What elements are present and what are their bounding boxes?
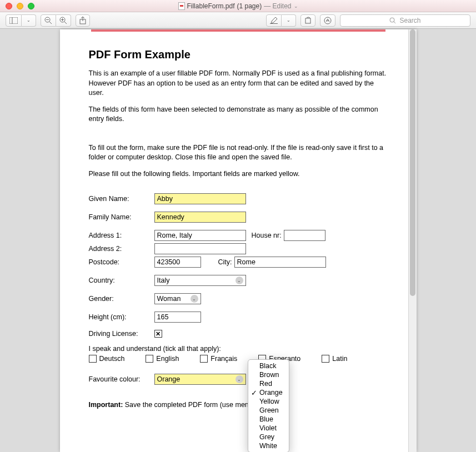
chevron-down-icon: ⌄ bbox=[27, 18, 31, 23]
scrollbar-thumb[interactable] bbox=[410, 29, 415, 296]
driving-checkbox[interactable]: ✕ bbox=[154, 330, 162, 338]
search-icon bbox=[389, 17, 396, 24]
intro-p2: The fields of this form have been select… bbox=[89, 105, 388, 124]
highlight-menu-button[interactable]: ⌄ bbox=[282, 14, 296, 27]
colour-option[interactable]: Orange bbox=[248, 388, 289, 397]
title-pages: (1 page) bbox=[237, 2, 262, 10]
search-placeholder: Search bbox=[399, 17, 420, 24]
row-family-name: Family Name: bbox=[89, 212, 388, 223]
address1-field[interactable] bbox=[154, 230, 246, 241]
title-chevron-icon[interactable]: ⌄ bbox=[294, 3, 298, 9]
label-city: City: bbox=[201, 258, 232, 266]
page-scrollbar[interactable] bbox=[408, 29, 417, 452]
lang-deutsch-label: Deutsch bbox=[99, 355, 125, 363]
window-controls bbox=[6, 3, 34, 9]
colour-option[interactable]: Violet bbox=[248, 424, 289, 433]
document-viewport: PDF Form Example This is an example of a… bbox=[0, 29, 476, 452]
intro-p1: This is an example of a user fillable PD… bbox=[89, 69, 388, 98]
colour-option[interactable]: White bbox=[248, 441, 289, 450]
colour-option[interactable]: Green bbox=[248, 406, 289, 415]
title-filename: FillableForm.pdf bbox=[187, 2, 234, 10]
sidebar-icon bbox=[9, 17, 18, 24]
window-title: FillableForm.pdf (1 page) — Edited ⌄ bbox=[178, 2, 298, 10]
lang-deutsch-checkbox[interactable] bbox=[89, 355, 97, 363]
rotate-button[interactable] bbox=[300, 14, 315, 27]
lang-english-label: English bbox=[156, 355, 179, 363]
chevron-down-icon: ⌄ bbox=[191, 295, 198, 303]
label-gender: Gender: bbox=[89, 295, 154, 303]
label-colour: Favourite colour: bbox=[89, 375, 154, 383]
zoom-out-icon bbox=[44, 17, 52, 24]
label-country: Country: bbox=[89, 277, 154, 284]
zoom-out-button[interactable] bbox=[41, 14, 56, 27]
sidebar-toggle-button[interactable] bbox=[6, 14, 22, 27]
row-country: Country: Italy ⌄ bbox=[89, 275, 388, 286]
svg-line-3 bbox=[49, 22, 52, 24]
lang-francais-checkbox[interactable] bbox=[200, 355, 208, 363]
svg-rect-13 bbox=[305, 18, 310, 23]
title-status: — Edited bbox=[264, 2, 291, 10]
zoom-in-icon bbox=[59, 17, 67, 24]
chevron-down-icon: ⌄ bbox=[287, 18, 290, 23]
lang-latin-label: Latin bbox=[332, 355, 347, 363]
family-name-field[interactable] bbox=[154, 212, 246, 223]
svg-point-15 bbox=[390, 18, 394, 22]
pdf-file-icon bbox=[178, 2, 184, 10]
row-driving: Driving License: ✕ bbox=[89, 330, 388, 338]
row-colour: Favourite colour: Orange ⌄ bbox=[89, 374, 388, 385]
city-field[interactable] bbox=[234, 257, 326, 268]
colour-option[interactable]: Yellow bbox=[248, 397, 289, 406]
colour-dropdown-menu[interactable]: Black Brown Red Orange Yellow Green Blue… bbox=[248, 359, 289, 452]
lang-latin-checkbox[interactable] bbox=[322, 355, 329, 363]
chevron-down-icon: ⌄ bbox=[236, 375, 243, 383]
address2-field[interactable] bbox=[154, 243, 246, 254]
height-field[interactable] bbox=[154, 312, 201, 323]
label-postcode: Postcode: bbox=[89, 258, 154, 266]
search-field[interactable]: Search bbox=[340, 14, 470, 27]
maximize-window-button[interactable] bbox=[28, 3, 34, 9]
lang-francais-label: Français bbox=[211, 355, 237, 363]
important-label: Important: bbox=[89, 401, 123, 409]
colour-option[interactable]: Red bbox=[248, 379, 289, 388]
svg-rect-0 bbox=[9, 17, 18, 24]
label-family-name: Family Name: bbox=[89, 213, 154, 221]
row-postcode-city: Postcode: City: bbox=[89, 257, 388, 268]
markup-button[interactable] bbox=[320, 14, 335, 27]
page-title: PDF Form Example bbox=[89, 48, 388, 61]
share-icon bbox=[79, 17, 86, 24]
pdf-page: PDF Form Example This is an example of a… bbox=[60, 29, 417, 452]
label-house-nr: House nr: bbox=[252, 232, 282, 239]
colour-option[interactable]: Grey bbox=[248, 433, 289, 441]
svg-line-6 bbox=[64, 22, 67, 24]
label-address1: Address 1: bbox=[89, 232, 154, 239]
lang-intro: I speak and understand (tick all that ap… bbox=[89, 345, 388, 353]
house-nr-field[interactable] bbox=[284, 230, 325, 241]
colour-select[interactable]: Orange ⌄ bbox=[154, 374, 246, 385]
minimize-window-button[interactable] bbox=[17, 3, 23, 9]
toolbar: ⌄ ⌄ Search bbox=[0, 12, 476, 29]
label-height: Height (cm): bbox=[89, 313, 154, 321]
country-select[interactable]: Italy ⌄ bbox=[154, 275, 246, 286]
close-window-button[interactable] bbox=[6, 3, 12, 9]
zoom-in-button[interactable] bbox=[56, 14, 71, 27]
colour-option[interactable]: Black bbox=[248, 361, 289, 370]
colour-option[interactable]: Brown bbox=[248, 370, 289, 379]
share-button[interactable] bbox=[76, 14, 90, 27]
label-driving: Driving License: bbox=[89, 330, 154, 338]
intro-p3: To fill out the form, make sure the PDF … bbox=[89, 143, 388, 163]
header-rule bbox=[91, 29, 385, 32]
postcode-field[interactable] bbox=[154, 257, 201, 268]
colour-value: Orange bbox=[157, 375, 181, 383]
rotate-icon bbox=[304, 17, 312, 24]
row-gender: Gender: Woman ⌄ bbox=[89, 293, 388, 304]
gender-select[interactable]: Woman ⌄ bbox=[154, 293, 201, 304]
svg-line-16 bbox=[394, 22, 395, 23]
titlebar: FillableForm.pdf (1 page) — Edited ⌄ bbox=[0, 0, 476, 12]
lang-english-checkbox[interactable] bbox=[146, 355, 153, 363]
important-note: Important: Save the completed PDF form (… bbox=[89, 400, 388, 410]
sidebar-menu-button[interactable]: ⌄ bbox=[22, 14, 36, 27]
highlight-button[interactable] bbox=[266, 14, 282, 27]
label-given-name: Given Name: bbox=[89, 195, 154, 203]
given-name-field[interactable] bbox=[154, 193, 246, 204]
colour-option[interactable]: Blue bbox=[248, 415, 289, 424]
